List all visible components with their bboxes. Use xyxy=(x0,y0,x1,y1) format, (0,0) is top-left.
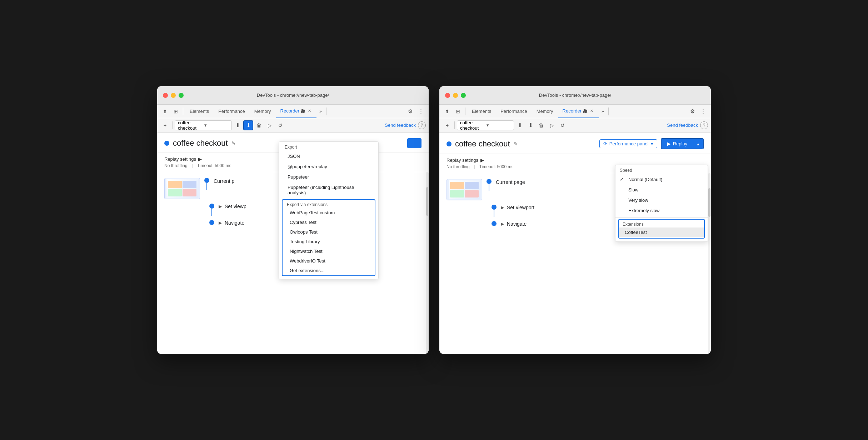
right-extensions-box: Extensions CoffeeTest xyxy=(618,219,705,239)
right-speed-normal[interactable]: ✓ Normal (Default) xyxy=(615,174,708,185)
right-replay-dropdown-button[interactable]: ▲ xyxy=(693,139,703,149)
right-settings-icon[interactable]: ⚙ xyxy=(687,106,697,116)
left-export-puppeteer-lighthouse[interactable]: Puppeteer (including Lighthouse analysis… xyxy=(279,182,378,198)
right-recording-selector[interactable]: coffee checkout ▾ xyxy=(457,120,514,130)
right-speed-slow[interactable]: Slow xyxy=(615,185,708,195)
right-send-feedback-link[interactable]: Send feedback xyxy=(665,122,699,128)
left-tab-elements[interactable]: Elements xyxy=(185,105,213,118)
left-close-button[interactable] xyxy=(163,93,168,98)
right-redo-button[interactable]: ↺ xyxy=(558,120,568,130)
right-replay-button[interactable]: ▶ Replay xyxy=(662,139,693,149)
right-toolbar-divider xyxy=(454,121,455,129)
right-more-options-icon[interactable]: ⋮ xyxy=(698,106,708,116)
left-ext-get-extensions[interactable]: Get extensions... xyxy=(283,266,375,275)
left-expand-nav-icon[interactable]: ▶ xyxy=(219,220,222,225)
right-tab-more[interactable]: » xyxy=(599,109,606,114)
left-send-feedback-link[interactable]: Send feedback xyxy=(383,122,417,128)
right-maximize-button[interactable] xyxy=(461,93,466,98)
left-scrollbar-thumb[interactable] xyxy=(426,187,428,216)
right-speed-normal-check: ✓ xyxy=(620,177,625,182)
right-tab-recorder[interactable]: Recorder 🎥 ✕ xyxy=(558,105,599,118)
right-tab-bar: ⬆ ⊞ Elements Performance Memory Recorder… xyxy=(439,105,711,118)
left-tab-recorder-close[interactable]: ✕ xyxy=(306,108,312,114)
right-scrollbar[interactable] xyxy=(708,173,711,354)
right-scrollbar-thumb[interactable] xyxy=(708,188,710,217)
left-replay-settings-chevron: ▶ xyxy=(198,156,202,162)
right-speed-very-slow[interactable]: Very slow xyxy=(615,195,708,205)
left-timeout: Timeout: 5000 ms xyxy=(197,163,231,168)
left-export-puppeteer-replay[interactable]: @puppeteer/replay xyxy=(279,161,378,172)
left-ext-cypress[interactable]: Cypress Test xyxy=(283,218,375,227)
right-replay-settings-header[interactable]: Replay settings ▶ xyxy=(447,158,704,163)
right-perf-panel-chevron: ▾ xyxy=(651,141,653,146)
right-tab-memory[interactable]: Memory xyxy=(532,105,558,118)
right-speed-normal-label: Normal (Default) xyxy=(628,177,662,182)
left-more-options-icon[interactable]: ⋮ xyxy=(416,106,426,116)
right-delete-button[interactable]: 🗑 xyxy=(536,120,546,130)
left-tab-recorder[interactable]: Recorder 🎥 ✕ xyxy=(276,105,316,118)
right-current-page-label: Current page xyxy=(496,179,525,185)
right-expand-nav-icon[interactable]: ▶ xyxy=(501,221,504,226)
left-recording-name: coffee checkout xyxy=(178,120,202,131)
right-speed-extremely-slow-label: Extremely slow xyxy=(628,208,659,213)
left-settings-icon[interactable]: ⚙ xyxy=(405,106,415,116)
right-tab-performance[interactable]: Performance xyxy=(496,105,531,118)
right-step-nav-label: Navigate xyxy=(507,221,527,227)
left-help-button[interactable]: ? xyxy=(418,121,426,129)
right-close-button[interactable] xyxy=(445,93,450,98)
left-chevron-down-icon: ▾ xyxy=(204,122,229,128)
left-ext-webpagetest[interactable]: WebPageTest custom xyxy=(283,208,375,218)
right-replay-button-group: ▶ Replay ▲ xyxy=(661,138,704,149)
right-add-recording-button[interactable]: + xyxy=(442,120,452,130)
right-recording-header: coffee checkout ✎ ⟳ Performance panel ▾ … xyxy=(439,132,711,154)
right-recording-dot xyxy=(447,141,452,146)
left-add-recording-button[interactable]: + xyxy=(160,120,170,130)
left-export-puppeteer[interactable]: Puppeteer xyxy=(279,172,378,182)
left-upload-button[interactable]: ⬆ xyxy=(233,120,243,130)
left-toolbar-divider xyxy=(172,121,173,129)
right-panels-icon[interactable]: ⊞ xyxy=(453,106,463,116)
right-recording-name: coffee checkout xyxy=(460,120,484,131)
right-help-button[interactable]: ? xyxy=(700,121,708,129)
right-play-step-button[interactable]: ▷ xyxy=(547,120,557,130)
left-export-via-ext-label: Export via extensions xyxy=(283,200,375,208)
left-tab-more[interactable]: » xyxy=(317,109,324,114)
right-speed-extremely-slow[interactable]: Extremely slow xyxy=(615,205,708,216)
right-step-line2 xyxy=(494,210,494,217)
right-edit-icon[interactable]: ✎ xyxy=(514,141,518,147)
left-play-step-button[interactable]: ▷ xyxy=(265,120,275,130)
right-tab-recorder-close[interactable]: ✕ xyxy=(589,108,594,114)
left-tab-performance[interactable]: Performance xyxy=(214,105,249,118)
left-delete-button[interactable]: 🗑 xyxy=(254,120,264,130)
left-step-viewport-label: Set viewp xyxy=(225,204,246,209)
left-cursor-icon[interactable]: ⬆ xyxy=(160,106,170,116)
right-timeout: Timeout: 5000 ms xyxy=(479,164,514,169)
left-export-dropdown: Export JSON @puppeteer/replay Puppeteer … xyxy=(279,141,379,279)
left-recording-selector[interactable]: coffee checkout ▾ xyxy=(175,120,232,130)
left-redo-button[interactable]: ↺ xyxy=(275,120,285,130)
left-ext-testing-library[interactable]: Testing Library xyxy=(283,237,375,246)
right-coffee-test-item[interactable]: CoffeeTest xyxy=(619,228,704,237)
right-upload-button[interactable]: ⬆ xyxy=(515,120,525,130)
right-expand-viewport-icon[interactable]: ▶ xyxy=(501,205,504,210)
left-step-line2 xyxy=(211,209,212,216)
right-perf-panel-button[interactable]: ⟳ Performance panel ▾ xyxy=(599,139,657,148)
right-cursor-icon[interactable]: ⬆ xyxy=(442,106,452,116)
left-download-button[interactable]: ⬇ xyxy=(243,120,253,130)
left-ext-nightwatch[interactable]: Nightwatch Test xyxy=(283,246,375,256)
right-tab-divider2 xyxy=(608,108,609,115)
left-tab-memory[interactable]: Memory xyxy=(250,105,275,118)
left-export-json[interactable]: JSON xyxy=(279,151,378,161)
right-tab-elements[interactable]: Elements xyxy=(468,105,495,118)
left-edit-icon[interactable]: ✎ xyxy=(231,140,236,146)
left-panels-icon[interactable]: ⊞ xyxy=(171,106,181,116)
left-minimize-button[interactable] xyxy=(171,93,176,98)
left-ext-owloops[interactable]: Owloops Test xyxy=(283,227,375,237)
left-scrollbar[interactable] xyxy=(426,172,429,354)
left-maximize-button[interactable] xyxy=(179,93,184,98)
left-ext-webdriverio[interactable]: WebdriverIO Test xyxy=(283,256,375,266)
right-step-circle-viewport xyxy=(492,205,497,210)
right-minimize-button[interactable] xyxy=(453,93,458,98)
right-download-button[interactable]: ⬇ xyxy=(525,120,535,130)
left-expand-viewport-icon[interactable]: ▶ xyxy=(219,204,222,209)
